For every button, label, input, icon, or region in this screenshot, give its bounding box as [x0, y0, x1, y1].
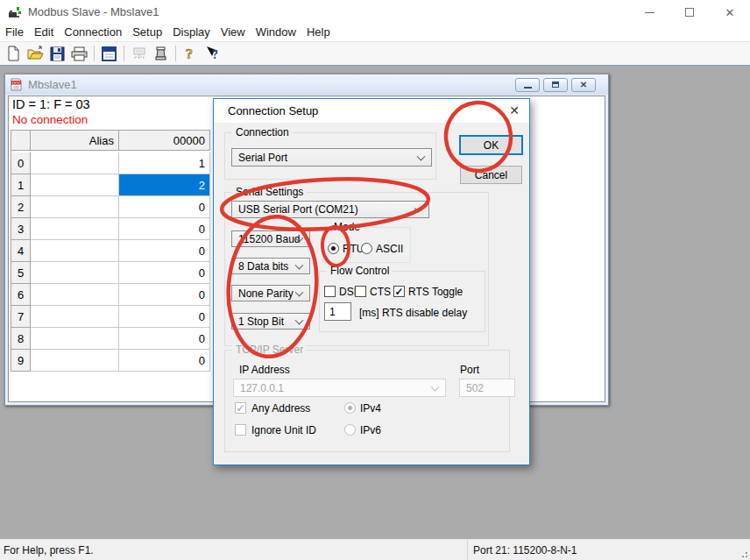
menu-setup[interactable]: Setup — [127, 25, 167, 41]
row-header[interactable]: 9 — [11, 350, 31, 372]
row-header[interactable]: 7 — [11, 306, 31, 328]
parity-combo[interactable]: None Parity — [231, 285, 310, 301]
rts-delay-label: [ms] RTS disable delay — [359, 307, 467, 319]
child-close-button[interactable]: ✕ — [571, 78, 596, 92]
dialog-close-icon[interactable]: ✕ — [509, 103, 520, 117]
window-titlebar: Modbus Slave - Mbslave1 ✕ — [0, 0, 750, 25]
value-cell[interactable]: 0 — [119, 262, 210, 284]
maximize-icon — [685, 8, 694, 17]
baud-combo[interactable]: 115200 Baud — [231, 230, 310, 247]
value-cell[interactable]: 0 — [119, 328, 210, 350]
value-cell[interactable]: 0 — [119, 284, 210, 306]
menu-help[interactable]: Help — [301, 25, 336, 41]
menu-view[interactable]: View — [216, 25, 251, 41]
alias-cell[interactable] — [31, 174, 119, 196]
cts-checkbox[interactable] — [355, 286, 366, 297]
row-header[interactable]: 8 — [11, 328, 31, 350]
connection-group-label: Connection — [232, 126, 293, 138]
open-icon[interactable] — [25, 43, 46, 64]
print-icon[interactable] — [68, 43, 90, 64]
display-definition-icon[interactable] — [98, 43, 120, 64]
alias-cell[interactable] — [31, 262, 119, 284]
status-port-text: Port 21: 115200-8-N-1 — [473, 544, 577, 556]
row-header[interactable]: 1 — [11, 174, 31, 196]
ok-button[interactable]: OK — [459, 135, 523, 155]
svg-text:?: ? — [212, 48, 218, 61]
minimize-button[interactable] — [629, 0, 669, 25]
alias-cell[interactable] — [31, 240, 119, 262]
row-header[interactable]: 0 — [11, 152, 31, 174]
chevron-down-icon — [417, 152, 426, 160]
resize-grip[interactable] — [739, 549, 747, 557]
menu-edit[interactable]: Edit — [29, 25, 59, 41]
poll-definition-icon[interactable] — [128, 43, 150, 64]
chevron-down-icon — [431, 382, 440, 391]
serial-port-combo[interactable]: USB Serial Port (COM21) — [231, 201, 429, 218]
connection-type-value: Serial Port — [238, 152, 287, 164]
child-minimize-button[interactable] — [515, 78, 540, 92]
toolbar-separator — [175, 46, 176, 61]
help-icon[interactable]: ? — [180, 43, 202, 64]
alias-cell[interactable] — [31, 218, 119, 240]
alias-cell[interactable] — [31, 152, 119, 174]
dsr-checkbox[interactable] — [324, 286, 336, 297]
value-cell[interactable]: 0 — [119, 350, 210, 372]
child-close-icon: ✕ — [580, 81, 587, 89]
row-header[interactable]: 6 — [11, 284, 31, 306]
table-header-alias: Alias — [31, 131, 119, 151]
ascii-radio[interactable] — [361, 243, 372, 254]
row-header[interactable]: 3 — [11, 218, 31, 240]
value-cell[interactable]: 0 — [119, 240, 210, 262]
chevron-down-icon — [295, 260, 304, 269]
value-cell[interactable]: 0 — [119, 196, 210, 218]
connection-type-combo[interactable]: Serial Port — [231, 148, 432, 167]
document-titlebar[interactable]: DOC Mbslave1 ✕ — [5, 74, 608, 95]
rtu-radio[interactable] — [328, 243, 339, 254]
status-bar: For Help, press F1. Port 21: 115200-8-N-… — [0, 539, 750, 560]
alias-cell[interactable] — [31, 328, 119, 350]
port-value: 502 — [466, 382, 484, 394]
app-icon — [8, 5, 22, 19]
child-restore-button[interactable] — [543, 78, 568, 92]
any-address-checkbox: ✓ — [235, 402, 246, 414]
menu-file[interactable]: File — [0, 25, 29, 41]
flow-control-group: Flow Control — [319, 271, 485, 332]
ipv4-label: IPv4 — [360, 402, 381, 415]
communication-traffic-icon[interactable] — [150, 43, 172, 64]
value-cell[interactable]: 0 — [119, 218, 210, 240]
register-table: Alias 00000 01 12 20 30 40 50 60 70 80 9… — [11, 130, 210, 372]
menu-connection[interactable]: Connection — [59, 25, 127, 41]
context-help-icon[interactable]: ? — [202, 43, 223, 64]
alias-cell[interactable] — [31, 350, 119, 372]
rts-toggle-checkbox[interactable]: ✓ — [393, 286, 405, 297]
status-help-text: For Help, press F1. — [4, 544, 94, 556]
port-field: 502 — [459, 379, 515, 397]
stopbits-combo[interactable]: 1 Stop Bit — [231, 313, 310, 330]
value-cell-selected[interactable]: 2 — [119, 174, 210, 196]
new-icon[interactable] — [3, 43, 25, 64]
ip-address-combo: 127.0.0.1 — [233, 379, 446, 397]
databits-combo[interactable]: 8 Data bits — [231, 258, 310, 274]
row-header[interactable]: 4 — [11, 240, 31, 262]
value-cell[interactable]: 1 — [119, 152, 210, 174]
serial-settings-label: Serial Settings — [232, 186, 307, 198]
cancel-button[interactable]: Cancel — [460, 166, 522, 184]
ip-address-value: 127.0.0.1 — [240, 382, 284, 394]
value-cell[interactable]: 0 — [119, 306, 210, 328]
alias-cell[interactable] — [31, 196, 119, 218]
svg-text:?: ? — [186, 46, 193, 61]
close-button[interactable]: ✕ — [710, 0, 750, 25]
dialog-titlebar[interactable]: Connection Setup — [214, 99, 529, 123]
alias-cell[interactable] — [31, 284, 119, 306]
svg-text:DOC: DOC — [12, 82, 22, 86]
maximize-button[interactable] — [669, 0, 710, 25]
menu-display[interactable]: Display — [167, 25, 216, 41]
row-header[interactable]: 2 — [11, 196, 31, 218]
minimize-icon — [645, 12, 654, 13]
rts-delay-input[interactable] — [324, 302, 351, 321]
tcpip-server-label: TCP/IP Server — [232, 344, 307, 356]
alias-cell[interactable] — [31, 306, 119, 328]
menu-window[interactable]: Window — [251, 25, 301, 41]
row-header[interactable]: 5 — [11, 262, 31, 284]
save-icon[interactable] — [46, 43, 68, 64]
